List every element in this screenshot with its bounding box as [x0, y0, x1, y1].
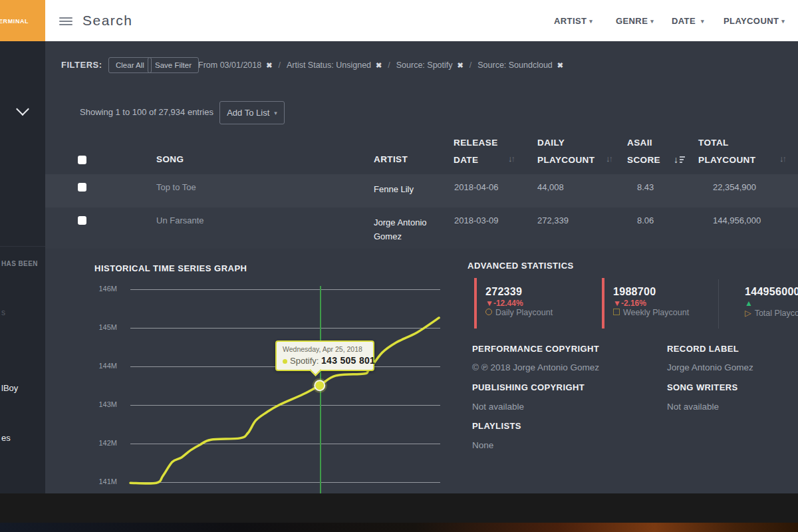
- add-to-list-button[interactable]: Add To List▾: [219, 101, 285, 124]
- filter-chip: Artist Status: Unsigned✖: [287, 61, 382, 70]
- sort-icon[interactable]: ↓↑: [606, 154, 612, 164]
- column-total-playcount[interactable]: TOTAL PLAYCOUNT: [698, 134, 777, 169]
- sidebar-item-clipped[interactable]: lBoy: [1, 383, 18, 393]
- filters-label: FILTERS:: [61, 60, 102, 70]
- card-accent-bar: [474, 278, 477, 329]
- close-icon[interactable]: ✖: [557, 61, 563, 69]
- app-window: ERMINAL Search ARTIST▾ GENRE▾ DATE▾ PLAY…: [0, 0, 798, 532]
- stat-label: ▷Total Playcount: [745, 308, 798, 318]
- release-date-cell: 2018-04-06: [454, 182, 499, 192]
- daily-playcount-cell: 44,008: [537, 182, 564, 192]
- top-bar: ERMINAL Search ARTIST▾ GENRE▾ DATE▾ PLAY…: [0, 0, 798, 41]
- sidebar-item-clipped[interactable]: s: [1, 308, 5, 317]
- nav-date[interactable]: DATE▾: [672, 16, 704, 26]
- stat-label: Daily Playcount: [485, 308, 553, 317]
- series-dot-icon: [283, 359, 287, 364]
- filter-chip: From 03/01/2018✖: [198, 61, 272, 70]
- nav-playcount[interactable]: PLAYCOUNT▾: [724, 16, 785, 26]
- artist-cell: Fenne Lily: [374, 182, 448, 196]
- asaii-score-cell: 8.06: [637, 215, 654, 225]
- stat-label: Weekly Playcount: [613, 308, 689, 317]
- total-playcount-icon: ▷: [745, 309, 751, 318]
- close-icon[interactable]: ✖: [266, 61, 272, 69]
- down-triangle-icon: ▼: [485, 299, 493, 308]
- stats-divider: [718, 279, 719, 329]
- detail-value: Not available: [667, 402, 719, 412]
- detail-value: © ℗ 2018 Jorge Antonio Gomez: [472, 362, 599, 372]
- sidebar-item-clipped[interactable]: es: [1, 433, 11, 443]
- column-asaii-score[interactable]: ASAII SCORE: [627, 134, 674, 169]
- chart-title: HISTORICAL TIME SERIES GRAPH: [94, 263, 247, 273]
- caret-down-icon: ▾: [274, 110, 277, 116]
- close-icon[interactable]: ✖: [376, 61, 382, 69]
- daily-playcount-cell: 272,339: [537, 215, 569, 225]
- logo-text: ERMINAL: [0, 18, 29, 25]
- detail-heading: PUBLISHING COPYRIGHT: [472, 382, 585, 392]
- row-checkbox[interactable]: [78, 216, 86, 225]
- tooltip-date: Wednesday, Apr 25, 2018: [283, 345, 368, 353]
- weekly-playcount-icon: [613, 309, 620, 315]
- card-accent-bar: [602, 278, 604, 329]
- sidebar: HAS BEEN s lBoy es: [0, 41, 45, 493]
- detail-heading: RECORD LABEL: [667, 344, 739, 354]
- stats-title: ADVANCED STATISTICS: [467, 261, 574, 271]
- sort-icon[interactable]: ↓↑: [508, 154, 514, 164]
- column-daily-playcount[interactable]: DAILY PLAYCOUNT: [537, 134, 610, 169]
- column-release-date[interactable]: RELEASE DATE: [454, 134, 505, 169]
- stat-card-weekly: 1988700 ▼-2.16% Weekly Playcount: [602, 278, 722, 329]
- app-logo[interactable]: ERMINAL: [0, 0, 45, 41]
- detail-heading: SONG WRITERS: [667, 382, 738, 392]
- asaii-score-cell: 8.43: [637, 182, 654, 192]
- release-date-cell: 2018-03-09: [454, 215, 499, 225]
- caret-down-icon: ▾: [589, 18, 593, 25]
- detail-heading: PLAYLISTS: [472, 421, 521, 431]
- sort-amount-desc-icon[interactable]: ↓: [674, 154, 685, 165]
- stat-card-daily: 272339 ▼-12.44% Daily Playcount: [474, 278, 594, 329]
- page-title: Search: [82, 13, 133, 29]
- stat-change: ▲: [745, 299, 753, 308]
- save-filter-button[interactable]: Save Filter: [148, 57, 199, 73]
- total-playcount-cell: 22,354,900: [713, 182, 756, 192]
- clear-all-button[interactable]: Clear All: [108, 57, 152, 73]
- detail-value: Not available: [472, 402, 524, 412]
- menu-icon[interactable]: [59, 17, 72, 25]
- total-playcount-cell: 144,956,000: [713, 215, 761, 225]
- song-cell: Un Farsante: [156, 215, 204, 225]
- row-checkbox[interactable]: [78, 183, 86, 192]
- stat-value: 272339: [485, 286, 522, 298]
- sidebar-divider: [0, 246, 45, 247]
- sort-icon[interactable]: ↓↑: [779, 154, 785, 164]
- stat-change: ▼-2.16%: [613, 299, 646, 308]
- nav-genre[interactable]: GENRE▾: [616, 16, 654, 26]
- player-bar: → ▶ ▶ -:-- -- - -- -:--: [0, 493, 798, 523]
- nav-artist[interactable]: ARTIST▾: [554, 16, 593, 26]
- filter-chip: Source: Soundcloud✖: [477, 61, 563, 70]
- chevron-down-icon[interactable]: [16, 102, 29, 116]
- chart-tooltip: Wednesday, Apr 25, 2018 Spotify: 143 505…: [275, 340, 374, 371]
- time-series-chart[interactable]: [93, 283, 452, 493]
- column-song[interactable]: SONG: [156, 151, 184, 168]
- results-count: Showing 1 to 100 of 27,934 entries: [80, 107, 213, 117]
- close-icon[interactable]: ✖: [458, 61, 464, 69]
- data-point-marker: [315, 380, 325, 390]
- sidebar-item-clipped[interactable]: HAS BEEN: [1, 260, 38, 267]
- select-all-checkbox[interactable]: [78, 156, 86, 164]
- stat-value: 1988700: [613, 286, 656, 298]
- caret-down-icon: ▾: [781, 18, 785, 25]
- background-photo-strip: [0, 523, 798, 532]
- stat-change: ▼-12.44%: [485, 299, 523, 308]
- column-artist[interactable]: ARTIST: [374, 151, 408, 168]
- detail-value: Jorge Antonio Gomez: [667, 362, 753, 372]
- stat-value: 144956000: [745, 286, 798, 298]
- caret-down-icon: ▾: [650, 18, 654, 25]
- filter-chips: From 03/01/2018✖ / Artist Status: Unsign…: [198, 61, 563, 70]
- up-triangle-icon: ▲: [745, 299, 753, 308]
- song-cell: Top to Toe: [156, 182, 196, 192]
- detail-heading: PERFORMANCE COPYRIGHT: [472, 344, 599, 354]
- detail-value: None: [472, 440, 493, 450]
- tooltip-value: Spotify: 143 505 801: [283, 355, 368, 366]
- stat-card-total: 144956000 ▲ ▷Total Playcount: [745, 278, 798, 329]
- caret-down-icon: ▾: [701, 18, 704, 25]
- daily-playcount-icon: [485, 309, 492, 315]
- filter-chip: Source: Spotify✖: [396, 61, 464, 70]
